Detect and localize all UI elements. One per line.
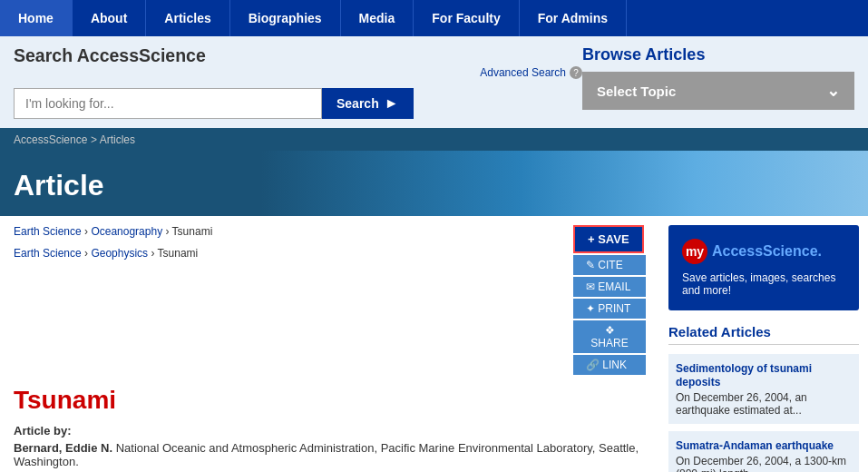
article-breadcrumb-1: Earth Science › Oceanography › Tsunami — [14, 225, 646, 238]
browse-heading: Browse Articles — [582, 45, 854, 64]
search-heading: Search AccessScience — [14, 45, 582, 66]
search-input[interactable] — [14, 88, 322, 119]
related-link-1[interactable]: Sedimentology of tsunami deposits — [676, 362, 812, 388]
article-banner: Article — [0, 151, 868, 216]
nav-item-articles[interactable]: Articles — [146, 0, 229, 36]
sidebar: my AccessScience. Save articles, images,… — [659, 225, 868, 472]
article-title: Tsunami — [14, 386, 646, 415]
advanced-search-link[interactable]: Advanced Search — [480, 66, 566, 79]
link-button[interactable]: 🔗 LINK — [573, 355, 646, 375]
related-snippet-2: On December 26, 2004, a 1300-km (800-mi)… — [676, 455, 852, 472]
breadcrumb-section-link[interactable]: Articles — [100, 133, 135, 146]
related-item-1: Sedimentology of tsunami deposits On Dec… — [668, 354, 859, 424]
print-button[interactable]: ✦ PRINT — [573, 299, 646, 319]
search-button[interactable]: Search ► — [322, 88, 414, 119]
email-button[interactable]: ✉ EMAIL — [573, 277, 646, 297]
search-button-label: Search — [336, 96, 379, 111]
bc-tsunami-2: Tsunami — [158, 247, 199, 260]
cite-button[interactable]: ✎ CITE — [573, 255, 646, 275]
help-icon[interactable]: ? — [570, 66, 582, 79]
nav-item-about[interactable]: About — [73, 0, 146, 36]
main-content: + SAVE ✎ CITE ✉ EMAIL ✦ PRINT ❖ SHARE 🔗 … — [0, 216, 868, 472]
breadcrumb-separator: > — [91, 133, 100, 146]
related-link-2[interactable]: Sumatra-Andaman earthquake — [676, 439, 834, 452]
bc-earth-science-2[interactable]: Earth Science — [14, 247, 82, 260]
related-snippet-1: On December 26, 2004, an earthquake esti… — [676, 391, 852, 417]
bc-geophysics[interactable]: Geophysics — [91, 247, 148, 260]
related-articles: Related Articles Sedimentology of tsunam… — [668, 324, 859, 472]
nav-item-for-faculty[interactable]: For Faculty — [414, 0, 519, 36]
search-input-row: Search ► — [14, 88, 582, 119]
my-access-box: my AccessScience. Save articles, images,… — [668, 225, 859, 310]
my-access-description: Save articles, images, searches and more… — [682, 271, 845, 297]
main-nav: HomeAboutArticlesBiographiesMediaFor Fac… — [0, 0, 868, 36]
my-logo-badge: my — [682, 239, 707, 264]
save-button[interactable]: + SAVE — [573, 225, 644, 253]
bc-oceanography[interactable]: Oceanography — [91, 225, 162, 238]
advanced-search-row: Advanced Search ? — [480, 66, 582, 79]
search-col: Search AccessScience Advanced Search ? S… — [14, 45, 582, 119]
author-info: Bernard, Eddie N. National Oceanic and A… — [14, 441, 646, 468]
select-topic-dropdown[interactable]: Select Topic ⌄ — [582, 72, 854, 110]
select-topic-label: Select Topic — [597, 84, 676, 99]
author-name: Bernard, Eddie N. — [14, 441, 112, 455]
nav-item-home[interactable]: Home — [0, 0, 73, 36]
related-articles-heading: Related Articles — [668, 324, 859, 345]
nav-item-biographies[interactable]: Biographies — [230, 0, 341, 36]
share-button[interactable]: ❖ SHARE — [573, 320, 646, 353]
action-buttons: + SAVE ✎ CITE ✉ EMAIL ✦ PRINT ❖ SHARE 🔗 … — [573, 225, 646, 377]
access-text: Access — [712, 243, 763, 259]
article-by-label: Article by: — [14, 424, 646, 438]
breadcrumb-site-link[interactable]: AccessScience — [14, 133, 87, 146]
article-breadcrumb-2: Earth Science › Geophysics › Tsunami — [14, 247, 646, 260]
banner-title: Article — [14, 169, 854, 202]
my-logo-text: AccessScience. — [712, 243, 822, 260]
chevron-down-icon: ⌄ — [826, 81, 840, 101]
bc-tsunami-1: Tsunami — [172, 225, 213, 238]
search-area: Search AccessScience Advanced Search ? S… — [0, 36, 868, 128]
breadcrumb-bar: AccessScience > Articles — [0, 128, 868, 151]
my-access-logo: my AccessScience. — [682, 239, 845, 264]
article-main: + SAVE ✎ CITE ✉ EMAIL ✦ PRINT ❖ SHARE 🔗 … — [0, 225, 659, 472]
science-text: Science. — [763, 243, 822, 259]
browse-right: Browse Articles Select Topic ⌄ — [582, 45, 854, 110]
related-item-2: Sumatra-Andaman earthquake On December 2… — [668, 431, 859, 472]
bc-earth-science-1[interactable]: Earth Science — [14, 225, 82, 238]
nav-item-for-admins[interactable]: For Admins — [520, 0, 627, 36]
search-arrow-icon: ► — [385, 95, 399, 112]
nav-item-media[interactable]: Media — [341, 0, 414, 36]
